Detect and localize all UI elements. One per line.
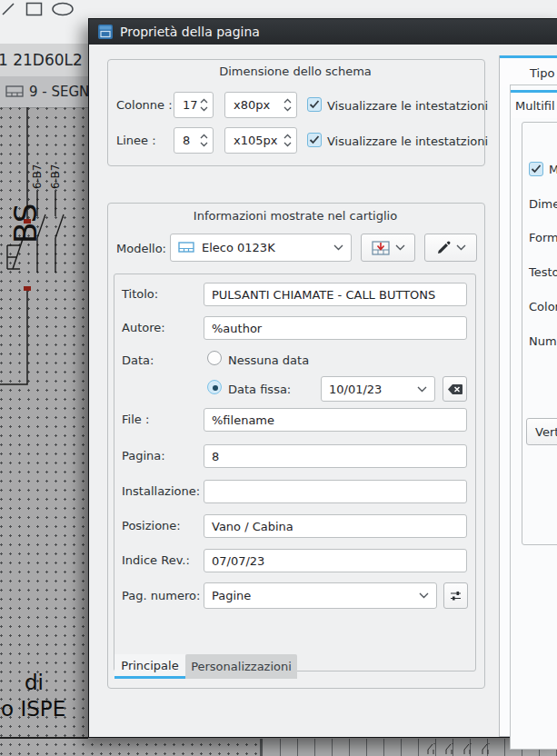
installation-input[interactable] [204,480,467,503]
columns-size-spinbox[interactable]: x80px [224,92,297,118]
columns-headers-checkbox[interactable] [307,97,322,112]
date-label: Data: [122,353,154,367]
fixed-date-radio[interactable] [207,380,222,394]
tab-tipo[interactable]: Tipo [500,55,557,87]
spin-up-icon[interactable] [283,98,292,104]
chevron-down-icon [417,386,427,393]
titleblock-template-combobox[interactable]: Eleco 0123K [170,234,352,262]
rev-index-label: Indice Rev.: [122,553,190,567]
titleblock-icon [5,85,25,98]
spin-up-icon[interactable] [283,134,292,139]
rows-size-spinbox[interactable]: x105px [224,127,297,154]
rp-label-text: Testo: [529,265,557,279]
clear-backspace-icon [447,383,463,395]
chevron-down-icon [456,244,466,251]
title-label: Titolo: [122,287,158,301]
columns-label: Colonne : [116,98,173,112]
spin-up-icon[interactable] [200,98,208,104]
file-label: File : [122,413,149,426]
note-line: di [25,672,44,693]
columns-headers-label: Visualizzare le intestatzioni [327,99,488,113]
mini-contact-symbols [425,741,498,756]
chevron-down-icon [333,244,343,251]
info-group-title: Informazioni mostrate nel cartiglio [107,209,483,223]
insert-titleblock-icon [372,241,390,255]
wire-label: 6-B7 [31,164,44,189]
rp-label-formula: Formu [529,231,557,244]
columns-count-spinbox[interactable]: 17 [174,92,214,118]
no-date-radio[interactable] [207,351,222,365]
app-screen: I1 21D60L2 DVR 9 - SEGNALA 6-B7 6-B7 BS … [0,0,557,756]
page-properties-dialog: Proprietà della pagina Dimensione dello … [88,18,557,738]
wire-corner [0,291,27,384]
installation-label: Installazione: [122,484,200,498]
page-label: Pagina: [122,449,165,463]
rev-index-input[interactable]: 07/07/23 [204,549,467,572]
date-combobox[interactable]: 10/01/23 [321,376,435,402]
ellipse-tool-icon[interactable] [51,2,75,16]
rows-headers-label: Visualizzare le intestatzioni [327,134,488,148]
tab-personalizzazioni[interactable]: Personalizzazioni [185,654,297,679]
check-icon [309,100,320,109]
page-properties-icon [98,25,113,39]
rp-label-dimensions: Dimen [529,197,557,211]
edit-titleblock-button[interactable] [424,234,477,262]
titleblock-grid-edge [260,739,263,756]
edit-pencil-icon [436,241,451,255]
contact-symbol [55,191,64,273]
tab-principale[interactable]: Principale [114,654,185,679]
title-input[interactable]: PULSANTI CHIAMATE - CALL BUTTONS [204,283,467,306]
schematic-frame-line [0,737,88,739]
rp-label-number: Nume [529,334,557,348]
location-input[interactable]: Vano / Cabina [204,514,467,538]
file-input[interactable]: %filename [204,408,467,432]
spin-down-icon[interactable] [200,106,208,112]
wire-label: 6-B7 [49,164,62,189]
adjust-sliders-icon [449,589,463,602]
component-label: BS [7,204,44,244]
conductor-options-group [522,122,557,545]
dialog-title: Proprietà della pagina [120,19,260,45]
chevron-down-icon [395,244,405,251]
model-label: Modello: [116,242,166,255]
line-tool-icon[interactable] [1,2,15,16]
vertical-button[interactable]: Verti [526,418,557,445]
clear-date-button[interactable] [443,376,467,402]
spin-down-icon[interactable] [283,142,292,147]
rows-headers-checkbox[interactable] [307,133,322,147]
note-line: o ISPE [1,699,65,720]
rows-count-spinbox[interactable]: 8 [174,127,214,154]
date-value: 10/01/23 [329,383,417,396]
schematic-symbols [0,107,91,398]
no-date-label: Nessuna data [228,353,309,367]
conductor-checkbox[interactable] [529,162,543,176]
titleblock-icon [178,242,195,254]
page-number-combobox[interactable]: Pagine [204,582,437,609]
rect-tool-icon[interactable] [25,2,43,16]
dialog-titlebar[interactable]: Proprietà della pagina [89,19,557,45]
page-number-settings-button[interactable] [443,582,468,609]
check-icon [531,164,542,174]
apply-titleblock-button[interactable] [361,234,415,262]
location-label: Posizione: [122,519,181,532]
rp-label-color: Colore [529,300,557,313]
terminal-mark [24,286,31,291]
page-number-label: Pag. numero: [122,589,200,602]
rows-label: Linee : [116,134,156,147]
spin-up-icon[interactable] [200,134,208,139]
spin-down-icon[interactable] [283,106,292,112]
tab-multifil[interactable]: Multifil [511,90,557,118]
fixed-date-label: Data fissa: [228,383,291,396]
check-icon [309,135,320,144]
author-label: Autore: [122,321,165,334]
conductor-checkbox-label: M [549,163,557,176]
page-input[interactable]: 8 [204,444,467,468]
chevron-down-icon [419,592,429,599]
spin-down-icon[interactable] [200,142,208,147]
size-group-title: Dimensione dello schema [107,65,483,78]
titleblock-template-value: Eleco 0123K [202,241,333,254]
author-input[interactable]: %author [204,316,467,340]
